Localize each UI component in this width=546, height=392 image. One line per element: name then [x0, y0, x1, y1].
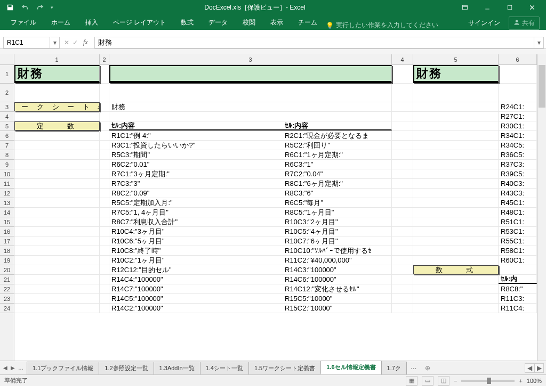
cell[interactable]: R8C5:"1ヶ月目" — [283, 208, 392, 217]
cell[interactable]: R60C1: — [499, 256, 537, 265]
cell[interactable] — [413, 304, 499, 313]
cell[interactable]: R1C1:"例 4:" — [109, 131, 283, 140]
cell[interactable] — [413, 189, 499, 198]
cell[interactable]: R10C7:"6ヶ月目" — [283, 236, 392, 246]
hscroll-right-icon[interactable]: ▶ — [534, 363, 544, 373]
cell[interactable]: R10C4:"3ヶ月目" — [109, 227, 283, 236]
cell[interactable]: R10C8:"終了時" — [109, 246, 283, 255]
cell[interactable] — [14, 265, 100, 274]
cell[interactable]: R6C1:"1ヶ月定期:" — [283, 150, 392, 159]
cell[interactable]: R14C5:"100000" — [109, 294, 283, 303]
row-header[interactable]: 15 — [0, 217, 14, 227]
cell[interactable]: R30C1: — [499, 121, 537, 130]
cell[interactable] — [392, 102, 413, 111]
zoom-slider[interactable] — [461, 380, 515, 382]
tab-team[interactable]: チーム — [292, 15, 324, 30]
view-normal-icon[interactable]: ▦ — [406, 376, 417, 386]
cell[interactable] — [392, 284, 413, 293]
cell[interactable] — [392, 189, 413, 198]
sheet-tab[interactable]: 1.5ワークシート定義書 — [248, 362, 321, 374]
name-box-dropdown-icon[interactable]: ▾ — [50, 37, 60, 48]
cell[interactable]: R36C5: — [499, 150, 537, 159]
tab-insert[interactable]: 挿入 — [79, 15, 105, 30]
cell[interactable] — [392, 208, 413, 217]
cell[interactable] — [413, 256, 499, 265]
cell[interactable]: R27C1: — [499, 112, 537, 121]
cell[interactable]: R7C1:"3ヶ月定期:" — [109, 169, 283, 178]
cell[interactable]: R48C1: — [499, 208, 537, 217]
cell[interactable]: R15C2:"10000" — [283, 304, 392, 313]
cell[interactable]: R8C7:"利息収入合計" — [109, 217, 283, 226]
cell[interactable] — [392, 169, 413, 178]
cell[interactable]: R6C5:"毎月" — [283, 198, 392, 207]
cell[interactable] — [100, 304, 109, 313]
col-header[interactable]: 1 — [14, 54, 100, 64]
cell[interactable]: R10C3:"2ヶ月目" — [283, 217, 392, 226]
formula-expand-icon[interactable]: ▾ — [534, 37, 544, 48]
cell[interactable] — [392, 141, 413, 150]
cell[interactable]: R5C2:"利回り" — [283, 141, 392, 150]
cell[interactable] — [100, 169, 109, 178]
formula-input[interactable]: 財務 — [94, 37, 534, 48]
cell[interactable] — [413, 198, 499, 207]
tell-me-search[interactable]: 💡 実行したい作業を入力してください — [326, 21, 438, 30]
cancel-formula-icon[interactable]: ✕ — [64, 39, 69, 46]
row-header[interactable]: 13 — [0, 198, 14, 208]
cell[interactable]: R11C3: — [499, 294, 537, 303]
cell[interactable]: R34C1: — [499, 131, 537, 140]
row-header[interactable]: 7 — [0, 141, 14, 150]
zoom-out-icon[interactable]: − — [454, 378, 457, 384]
cell[interactable] — [14, 294, 100, 303]
cell[interactable] — [413, 102, 499, 111]
cell[interactable]: R51C1: — [499, 217, 537, 226]
cell[interactable]: R37C3: — [499, 160, 537, 169]
cell[interactable] — [392, 236, 413, 246]
cell[interactable]: R11C2:"¥40,000,000" — [283, 256, 392, 265]
row-header[interactable]: 11 — [0, 179, 14, 189]
cell[interactable] — [14, 256, 100, 265]
cell[interactable] — [14, 198, 100, 207]
col-header[interactable]: 2 — [100, 54, 109, 64]
cell[interactable] — [392, 217, 413, 226]
cell[interactable]: R8C8:" — [499, 284, 537, 293]
save-icon[interactable] — [3, 1, 17, 14]
cell[interactable]: ｾﾙ:内 — [499, 275, 537, 284]
tab-view[interactable]: 表示 — [264, 15, 290, 30]
cell[interactable] — [392, 179, 413, 188]
new-sheet-icon[interactable]: ⊕ — [421, 361, 434, 374]
cell[interactable] — [100, 275, 109, 284]
cell[interactable]: R14C7:"100000" — [109, 284, 283, 293]
row-header[interactable]: 4 — [0, 112, 14, 121]
minimize-icon[interactable] — [477, 1, 498, 14]
hscroll-left-icon[interactable]: ◀ — [525, 363, 534, 373]
cell[interactable]: R39C5: — [499, 169, 537, 178]
nav-next-icon[interactable]: ▶ — [11, 365, 15, 371]
cell[interactable] — [14, 208, 100, 217]
cell[interactable]: 定 数 — [14, 121, 100, 130]
cell[interactable] — [413, 275, 499, 284]
cell[interactable] — [100, 121, 109, 130]
sheet-tab[interactable]: 1.2参照設定一覧 — [99, 362, 154, 374]
vertical-scrollbar[interactable] — [537, 54, 546, 361]
cell[interactable] — [109, 84, 392, 102]
view-pagelayout-icon[interactable]: ▭ — [422, 376, 433, 386]
cell[interactable] — [14, 217, 100, 226]
cell[interactable] — [100, 256, 109, 265]
row-header[interactable]: 8 — [0, 150, 14, 160]
row-header[interactable]: 10 — [0, 169, 14, 179]
cell[interactable] — [14, 284, 100, 293]
cell[interactable] — [109, 112, 392, 121]
row-header[interactable]: 24 — [0, 304, 14, 313]
sheet-tab[interactable]: 1.4シート一覧 — [200, 362, 249, 374]
cell[interactable]: R10C2:"1ヶ月目" — [109, 256, 283, 265]
cell[interactable] — [392, 265, 413, 274]
cell[interactable] — [100, 84, 109, 102]
row-header[interactable]: 5 — [0, 121, 14, 131]
cell[interactable] — [100, 131, 109, 140]
cell[interactable]: R6C3:"1" — [283, 160, 392, 169]
qat-dropdown-icon[interactable]: ▾ — [48, 1, 55, 14]
cell[interactable] — [100, 198, 109, 207]
sheet-tab[interactable]: 1.6セル情報定義書 — [320, 361, 381, 374]
maximize-icon[interactable] — [499, 1, 520, 14]
cell[interactable]: R12C12:"目的セル" — [109, 265, 283, 274]
